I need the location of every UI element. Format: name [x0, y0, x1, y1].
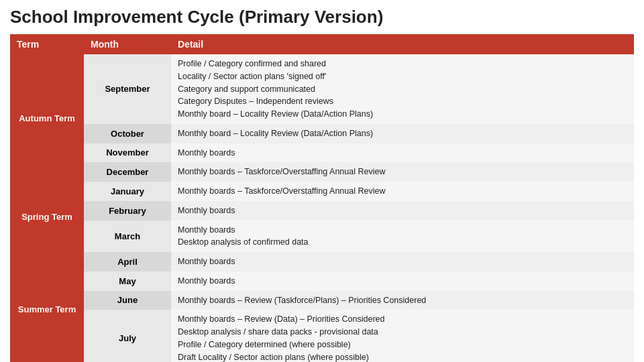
detail-cell: Monthly boards – Review (Taskforce/Plans… — [171, 291, 634, 310]
month-cell: March — [84, 221, 171, 253]
detail-cell: Profile / Category confirmed and sharedL… — [171, 54, 634, 124]
month-cell: December — [84, 162, 171, 182]
month-cell: April — [84, 252, 171, 272]
term-cell: Summer Term — [10, 252, 84, 362]
detail-cell: Monthly boards — [171, 272, 634, 291]
month-cell: October — [84, 124, 171, 143]
detail-cell: Monthly boards — [171, 252, 634, 272]
detail-cell: Monthly boards — [171, 143, 634, 163]
month-cell: February — [84, 201, 171, 221]
term-cell: Autumn Term — [10, 54, 84, 182]
detail-cell: Monthly boards – Review (Data) – Priorit… — [171, 310, 634, 362]
improvement-table: Term Month Detail Autumn TermSeptemberPr… — [10, 34, 634, 362]
term-cell: Spring Term — [10, 182, 84, 252]
detail-cell: Monthly boards — [171, 201, 634, 221]
header-term: Term — [10, 34, 84, 54]
month-cell: November — [84, 143, 171, 163]
header-month: Month — [84, 34, 171, 54]
month-cell: June — [84, 291, 171, 310]
header-detail: Detail — [171, 34, 634, 54]
month-cell: September — [84, 54, 171, 124]
page-title: School Improvement Cycle (Primary Versio… — [10, 7, 634, 27]
month-cell: January — [84, 182, 171, 201]
detail-cell: Monthly boards – Taskforce/Overstaffing … — [171, 182, 634, 201]
detail-cell: Monthly boards – Taskforce/Overstaffing … — [171, 162, 634, 182]
detail-cell: Monthly boardsDesktop analysis of confir… — [171, 221, 634, 253]
month-cell: May — [84, 272, 171, 291]
month-cell: July — [84, 310, 171, 362]
detail-cell: Monthly board – Locality Review (Data/Ac… — [171, 124, 634, 143]
